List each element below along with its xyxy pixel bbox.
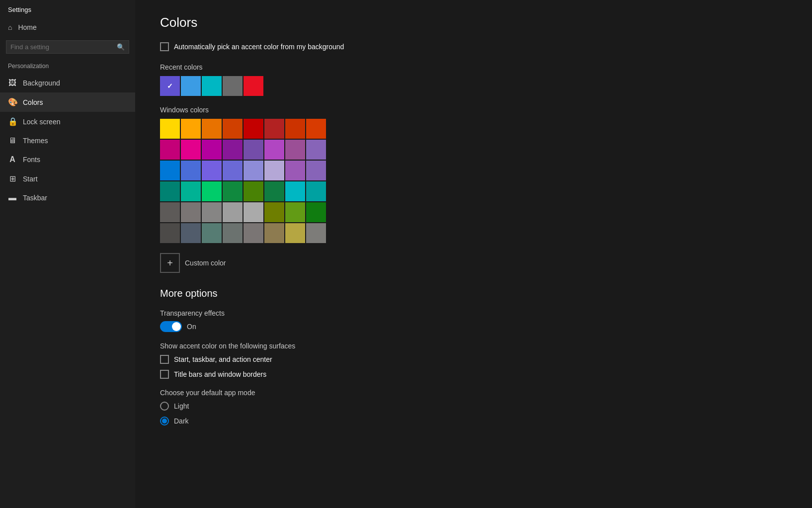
start-taskbar-label: Start, taskbar, and action center — [174, 355, 272, 363]
windows-color-swatch-25[interactable] — [181, 181, 201, 201]
light-label: Light — [174, 402, 189, 410]
transparency-option: Transparency effects On — [160, 309, 787, 332]
windows-color-swatch-12[interactable] — [244, 140, 263, 160]
windows-color-swatch-27[interactable] — [223, 181, 243, 201]
windows-color-swatch-45[interactable] — [264, 223, 284, 243]
windows-color-swatch-36[interactable] — [244, 202, 263, 222]
windows-color-swatch-2[interactable] — [202, 119, 222, 139]
sidebar-item-start[interactable]: ⊞ Start — [0, 169, 135, 188]
windows-color-swatch-38[interactable] — [285, 202, 305, 222]
windows-color-swatch-42[interactable] — [202, 223, 222, 243]
plus-icon: + — [160, 253, 180, 273]
windows-color-swatch-16[interactable] — [160, 161, 180, 180]
toggle-knob — [172, 322, 181, 331]
windows-color-swatch-23[interactable] — [306, 161, 326, 180]
sidebar: Settings ⌂ Home 🔍 Personalization 🖼 Back… — [0, 0, 135, 508]
dark-radio[interactable] — [160, 417, 169, 425]
recent-color-swatch-3[interactable] — [223, 76, 243, 96]
custom-color-button[interactable]: + Custom color — [160, 253, 787, 273]
windows-color-swatch-19[interactable] — [223, 161, 243, 180]
search-bar: 🔍 — [6, 40, 129, 54]
auto-pick-checkbox[interactable] — [160, 42, 169, 51]
windows-color-swatch-41[interactable] — [181, 223, 201, 243]
sidebar-item-colors[interactable]: 🎨 Colors — [0, 92, 135, 112]
windows-color-swatch-24[interactable] — [160, 181, 180, 201]
windows-color-swatch-31[interactable] — [306, 181, 326, 201]
recent-color-swatch-4[interactable] — [244, 76, 263, 96]
default-mode-option: Choose your default app mode Light Dark — [160, 389, 787, 425]
sidebar-background-label: Background — [23, 79, 60, 87]
windows-color-swatch-3[interactable] — [223, 119, 243, 139]
windows-color-swatch-33[interactable] — [181, 202, 201, 222]
themes-icon: 🖥 — [8, 136, 17, 145]
recent-colors-swatches — [160, 76, 787, 96]
dark-radio-row: Dark — [160, 417, 787, 425]
default-mode-label: Choose your default app mode — [160, 389, 787, 397]
windows-color-swatch-21[interactable] — [264, 161, 284, 180]
windows-color-swatch-37[interactable] — [264, 202, 284, 222]
windows-color-swatch-47[interactable] — [306, 223, 326, 243]
windows-color-swatch-8[interactable] — [160, 140, 180, 160]
windows-color-swatch-10[interactable] — [202, 140, 222, 160]
windows-color-swatch-46[interactable] — [285, 223, 305, 243]
light-radio[interactable] — [160, 402, 169, 411]
windows-color-swatch-28[interactable] — [244, 181, 263, 201]
windows-color-swatch-43[interactable] — [223, 223, 243, 243]
windows-color-swatch-4[interactable] — [244, 119, 263, 139]
sidebar-item-fonts[interactable]: A Fonts — [0, 150, 135, 169]
show-accent-option: Show accent color on the following surfa… — [160, 342, 787, 379]
windows-color-swatch-9[interactable] — [181, 140, 201, 160]
start-taskbar-checkbox[interactable] — [160, 355, 169, 364]
windows-color-swatch-13[interactable] — [264, 140, 284, 160]
windows-color-swatch-26[interactable] — [202, 181, 222, 201]
search-icon: 🔍 — [117, 43, 125, 51]
page-title: Colors — [160, 15, 787, 30]
recent-color-swatch-1[interactable] — [181, 76, 201, 96]
recent-colors-label: Recent colors — [160, 63, 787, 71]
sidebar-colors-label: Colors — [23, 98, 43, 106]
windows-color-swatch-34[interactable] — [202, 202, 222, 222]
recent-color-swatch-0[interactable] — [160, 76, 180, 96]
transparency-toggle-row: On — [160, 321, 787, 332]
sidebar-themes-label: Themes — [23, 137, 48, 145]
windows-color-swatch-15[interactable] — [306, 140, 326, 160]
home-icon: ⌂ — [8, 23, 12, 31]
windows-color-swatch-32[interactable] — [160, 202, 180, 222]
sidebar-item-themes[interactable]: 🖥 Themes — [0, 131, 135, 150]
start-taskbar-row: Start, taskbar, and action center — [160, 355, 787, 364]
windows-color-swatch-5[interactable] — [264, 119, 284, 139]
windows-color-swatch-6[interactable] — [285, 119, 305, 139]
windows-color-swatch-30[interactable] — [285, 181, 305, 201]
custom-color-label: Custom color — [185, 259, 226, 267]
windows-color-swatch-1[interactable] — [181, 119, 201, 139]
windows-color-swatch-44[interactable] — [244, 223, 263, 243]
recent-color-swatch-2[interactable] — [202, 76, 222, 96]
sidebar-taskbar-label: Taskbar — [23, 194, 47, 202]
sidebar-item-lock-screen[interactable]: 🔒 Lock screen — [0, 112, 135, 131]
sidebar-item-taskbar[interactable]: ▬ Taskbar — [0, 188, 135, 207]
windows-color-swatch-39[interactable] — [306, 202, 326, 222]
taskbar-icon: ▬ — [8, 193, 17, 202]
windows-color-swatch-20[interactable] — [244, 161, 263, 180]
sidebar-item-home[interactable]: ⌂ Home — [0, 17, 135, 37]
windows-color-swatch-11[interactable] — [223, 140, 243, 160]
windows-color-swatch-7[interactable] — [306, 119, 326, 139]
sidebar-fonts-label: Fonts — [23, 156, 40, 164]
lock-screen-icon: 🔒 — [8, 117, 17, 126]
windows-color-swatch-22[interactable] — [285, 161, 305, 180]
search-input[interactable] — [10, 43, 114, 51]
windows-color-swatch-40[interactable] — [160, 223, 180, 243]
dark-label: Dark — [174, 417, 189, 425]
transparency-toggle[interactable] — [160, 321, 182, 332]
windows-color-swatch-18[interactable] — [202, 161, 222, 180]
sidebar-item-background[interactable]: 🖼 Background — [0, 74, 135, 92]
windows-color-swatch-17[interactable] — [181, 161, 201, 180]
light-radio-row: Light — [160, 402, 787, 411]
windows-color-swatch-29[interactable] — [264, 181, 284, 201]
windows-color-swatch-14[interactable] — [285, 140, 305, 160]
show-accent-label: Show accent color on the following surfa… — [160, 342, 787, 350]
title-bars-checkbox[interactable] — [160, 370, 169, 379]
home-label: Home — [18, 23, 36, 31]
windows-color-swatch-35[interactable] — [223, 202, 243, 222]
windows-color-swatch-0[interactable] — [160, 119, 180, 139]
